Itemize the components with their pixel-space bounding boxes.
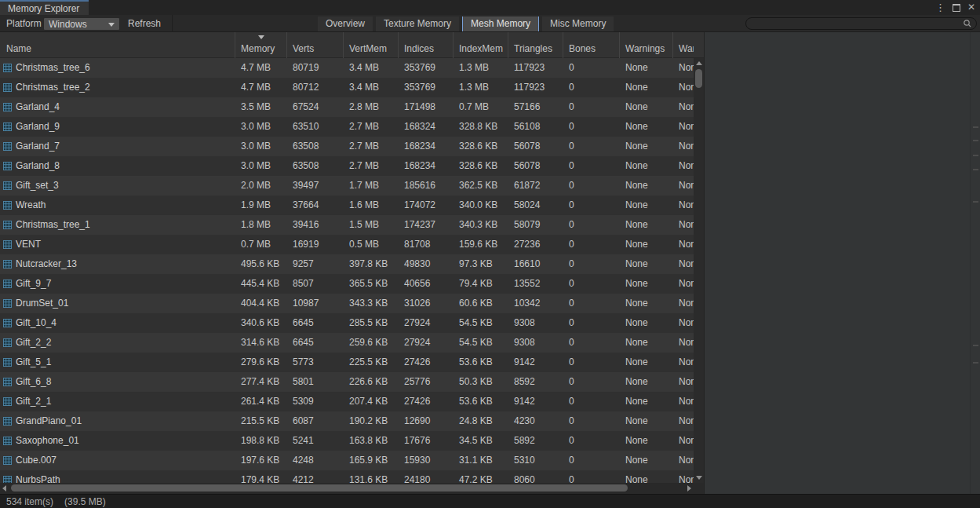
column-header-warnings2[interactable]: Warnings — [673, 32, 694, 58]
scroll-left-icon[interactable] — [2, 485, 6, 492]
indexmem-value: 53.6 KB — [459, 356, 493, 367]
vertmem-value: 397.8 KB — [349, 258, 388, 269]
bones-value: 0 — [569, 337, 574, 348]
cell-warnings: None — [620, 176, 673, 196]
memory-value: 314.6 KB — [241, 337, 279, 348]
cell-verts: 4248 — [287, 451, 344, 470]
mesh-grid-icon — [3, 280, 12, 288]
table-row[interactable]: GrandPiano_01215.5 KB6087190.2 KB1269024… — [0, 411, 694, 431]
vertical-scrollbar[interactable] — [694, 58, 704, 483]
close-icon[interactable]: ✕ — [967, 0, 975, 15]
cell-memory: 1.8 MB — [235, 215, 287, 235]
table-row[interactable]: Gift_10_4340.6 KB6645285.5 KB2792454.5 K… — [0, 313, 694, 333]
search-box[interactable] — [745, 17, 977, 30]
column-header-triangles[interactable]: Triangles — [508, 32, 563, 58]
mesh-grid-icon — [3, 358, 12, 367]
cell-verts: 6087 — [287, 411, 344, 431]
cell-warnings2: None — [673, 411, 694, 431]
cell-indexmem: 50.3 KB — [454, 372, 508, 392]
cell-triangles: 9142 — [508, 353, 563, 372]
indices-value: 168234 — [404, 141, 435, 152]
cell-indices: 174237 — [399, 215, 454, 235]
table-row[interactable]: VENT0.7 MB169190.5 MB81708159.6 KB272360… — [0, 235, 694, 254]
indexmem-value: 328.6 KB — [459, 141, 497, 152]
column-header-warnings[interactable]: Warnings — [620, 32, 673, 58]
table-row[interactable]: Gift_2_2314.6 KB6645259.6 KB2792454.5 KB… — [0, 333, 694, 353]
cell-indexmem: 53.6 KB — [454, 392, 508, 411]
cell-triangles: 4230 — [508, 411, 563, 431]
scroll-up-icon[interactable] — [696, 61, 702, 65]
memory-value: 1.9 MB — [241, 199, 271, 210]
warnings-value: None — [625, 356, 648, 367]
name-value: GrandPiano_01 — [16, 411, 82, 431]
cell-bones: 0 — [563, 431, 620, 451]
column-header-name[interactable]: Name — [0, 32, 235, 58]
table-row[interactable]: Nutcracker_13495.6 KB9257397.8 KB4983097… — [0, 254, 694, 274]
table-row[interactable]: Christmas_tree_24.7 MB807123.4 MB3537691… — [0, 78, 694, 97]
table-row[interactable]: Garland_73.0 MB635082.7 MB168234328.6 KB… — [0, 137, 694, 156]
table-row[interactable]: Garland_83.0 MB635082.7 MB168234328.6 KB… — [0, 156, 694, 176]
triangles-value: 117923 — [514, 62, 545, 73]
cell-warnings: None — [620, 97, 673, 117]
tab-overview[interactable]: Overview — [318, 16, 373, 31]
refresh-button[interactable]: Refresh — [125, 15, 173, 32]
scroll-down-icon[interactable] — [696, 476, 702, 480]
platform-dropdown[interactable]: Windows — [43, 17, 120, 31]
indices-value: 27426 — [404, 356, 430, 367]
warnings2-value: None — [679, 82, 694, 93]
vertical-scrollbar-thumb[interactable] — [695, 69, 702, 88]
cell-warnings2: None — [673, 254, 694, 274]
cell-triangles: 9308 — [508, 313, 563, 333]
column-header-bones[interactable]: Bones — [563, 32, 620, 58]
bones-value: 0 — [569, 376, 574, 387]
tab-misc-memory[interactable]: Misc Memory — [542, 16, 614, 31]
cell-indices: 27426 — [399, 392, 454, 411]
table-row[interactable]: Wreath1.9 MB376641.6 MB174072340.0 KB580… — [0, 196, 694, 215]
tab-texture-memory[interactable]: Texture Memory — [376, 16, 459, 31]
cell-vertmem: 207.4 KB — [344, 392, 399, 411]
warnings-value: None — [625, 180, 648, 191]
column-header-memory[interactable]: Memory — [235, 32, 287, 58]
column-header-indices[interactable]: Indices — [399, 32, 454, 58]
scroll-right-icon[interactable] — [687, 485, 691, 492]
triangles-value: 56078 — [514, 160, 540, 171]
table-row[interactable]: Gift_set_32.0 MB394971.7 MB185616362.5 K… — [0, 176, 694, 196]
table-row[interactable]: Saxophone_01198.8 KB5241163.8 KB1767634.… — [0, 431, 694, 451]
maximize-icon[interactable] — [953, 4, 960, 12]
table-row[interactable]: NurbsPath179.4 KB4212131.6 KB2418047.2 K… — [0, 470, 694, 483]
search-input[interactable] — [746, 18, 962, 29]
table-row[interactable]: Garland_93.0 MB635102.7 MB168324328.8 KB… — [0, 117, 694, 137]
window-menu-icon[interactable]: ⋮ — [935, 0, 945, 15]
table-row[interactable]: DrumSet_01404.4 KB10987343.3 KB3102660.6… — [0, 294, 694, 313]
cell-name: GrandPiano_01 — [0, 411, 235, 431]
tab-mesh-memory[interactable]: Mesh Memory — [462, 16, 539, 31]
table-row[interactable]: Cube.007197.6 KB4248165.9 KB1593031.1 KB… — [0, 451, 694, 470]
column-header-vertmem[interactable]: VertMem — [344, 32, 399, 58]
cell-warnings2: None — [673, 333, 694, 353]
table-row[interactable]: Gift_2_1261.4 KB5309207.4 KB2742653.6 KB… — [0, 392, 694, 411]
horizontal-scrollbar-thumb[interactable] — [11, 484, 628, 492]
horizontal-scrollbar[interactable] — [0, 483, 704, 494]
window-tab-memory-explorer[interactable]: Memory Explorer — [0, 0, 89, 15]
table-row[interactable]: Gift_5_1279.6 KB5773225.5 KB2742653.6 KB… — [0, 353, 694, 372]
indexmem-value: 159.6 KB — [459, 239, 497, 250]
cell-indexmem: 31.1 KB — [454, 451, 508, 470]
table-row[interactable]: Christmas_tree_11.8 MB394161.5 MB1742373… — [0, 215, 694, 235]
table-row[interactable]: Garland_43.5 MB675242.8 MB1714980.7 MB57… — [0, 97, 694, 117]
vertmem-value: 165.9 KB — [349, 455, 388, 466]
mesh-grid-icon — [3, 319, 12, 327]
cell-indexmem: 53.6 KB — [454, 353, 508, 372]
cell-triangles: 9142 — [508, 392, 563, 411]
view-tabs: OverviewTexture MemoryMesh MemoryMisc Me… — [318, 16, 617, 31]
cell-triangles: 58024 — [508, 196, 563, 215]
column-header-indexmem[interactable]: IndexMem — [454, 32, 508, 58]
cell-triangles: 58079 — [508, 215, 563, 235]
table-row[interactable]: Gift_6_8277.4 KB5801226.6 KB2577650.3 KB… — [0, 372, 694, 392]
table-row[interactable]: Christmas_tree_64.7 MB807193.4 MB3537691… — [0, 58, 694, 78]
cell-bones: 0 — [563, 156, 620, 176]
verts-value: 6645 — [293, 337, 314, 348]
bones-value: 0 — [569, 298, 574, 309]
indexmem-value: 328.8 KB — [459, 121, 497, 132]
column-header-verts[interactable]: Verts — [287, 32, 344, 58]
table-row[interactable]: Gift_9_7445.4 KB8507365.5 KB4065679.4 KB… — [0, 274, 694, 294]
